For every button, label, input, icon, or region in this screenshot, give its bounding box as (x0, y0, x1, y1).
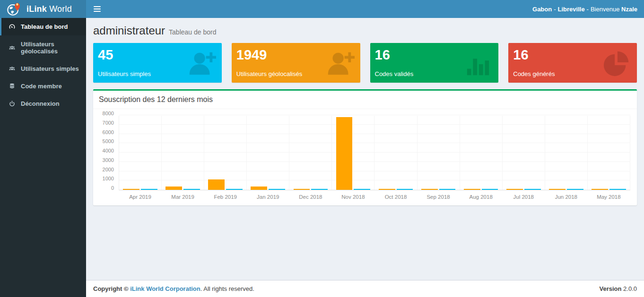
y-axis-tick: 7000 (103, 120, 114, 126)
dashboard-icon (8, 23, 16, 30)
globe-pin-logo-icon: $ (7, 1, 22, 17)
y-axis-tick: 1000 (103, 176, 114, 181)
y-axis-tick: 6000 (103, 129, 114, 135)
bar-group: Jul 2018 (503, 116, 545, 190)
brand-text: iLink World (26, 4, 72, 14)
y-axis-tick: 0 (111, 185, 114, 191)
bar-group: Apr 2019 (119, 116, 162, 190)
copyright-text: Copyright © iLink World Corporation. All… (93, 285, 254, 292)
main-footer: Copyright © iLink World Corporation. All… (86, 280, 644, 297)
bar-serie-bleue (226, 189, 243, 190)
bar-group: Nov 2018 (332, 116, 374, 190)
sidebar-item-label: Tableau de bord (21, 23, 68, 30)
bar-serie-bleue (141, 189, 157, 190)
app-root: $ iLink World Gabon-Libreville-Bienvenue… (0, 18, 644, 297)
y-axis-tick: 3000 (103, 157, 114, 163)
chart-title: Souscription des 12 derniers mois (99, 95, 631, 104)
bar-group: Jan 2019 (247, 116, 289, 190)
bar-serie-bleue (269, 189, 285, 190)
bar-serie-bleue (397, 189, 413, 190)
sidebar-item-label: Utilisateurs géolocalisés (21, 41, 79, 55)
bar-serie-bleue (354, 189, 370, 190)
user-plus-icon (325, 49, 355, 80)
bar-serie-orange (421, 189, 438, 190)
bar-serie-orange (549, 189, 566, 190)
sidebar-item-utilisateurs-simples[interactable]: Utilisateurs simples (0, 60, 86, 77)
bar-group: Oct 2018 (374, 116, 417, 190)
main-header: $ iLink World Gabon-Libreville-Bienvenue… (0, 0, 644, 18)
user-greeting: Gabon-Libreville-Bienvenue Nzale (532, 6, 644, 13)
sidebar-item-code-membre[interactable]: Code membre (0, 77, 86, 95)
version-text: Version 2.0.0 (599, 285, 637, 292)
users-icon (8, 44, 16, 51)
sidebar-toggle-button[interactable] (86, 0, 108, 18)
chart-panel-body: 010002000300040005000600070008000Apr 201… (93, 109, 637, 205)
bar-group: Mar 2019 (162, 116, 204, 190)
stat-card-codes-valides: 16 Codes validés (370, 43, 499, 83)
user-plus-icon (187, 49, 216, 80)
hamburger-icon (94, 6, 101, 12)
bar-group: Feb 2019 (204, 116, 247, 190)
sidebar-item-deconnexion[interactable]: Déconnexion (0, 95, 86, 112)
bar-serie-orange (294, 189, 310, 190)
sidebar: Tableau de bord Utilisateurs géolocalisé… (0, 18, 86, 297)
bar-serie-orange (506, 189, 523, 190)
top-navbar: Gabon-Libreville-Bienvenue Nzale (86, 0, 644, 18)
content-header: administrateurTableau de bord (86, 18, 644, 40)
bar-group: Sep 2018 (418, 116, 460, 190)
bar-group: Aug 2018 (460, 116, 503, 190)
bar-serie-bleue (183, 189, 200, 190)
company-link[interactable]: iLink World Corporation (130, 285, 200, 292)
stat-card-utilisateurs-simples: 45 Utilisateurs simples (93, 43, 222, 83)
bar-serie-orange (592, 189, 608, 190)
bar-serie-orange (165, 187, 182, 190)
database-icon (8, 83, 16, 90)
subscription-bar-chart: 010002000300040005000600070008000Apr 201… (98, 116, 632, 190)
chart-panel-header: Souscription des 12 derniers mois (93, 91, 637, 109)
stat-card-codes-generes: 16 Codes générés (508, 43, 637, 83)
chart-y-axis: 010002000300040005000600070008000 (98, 113, 117, 190)
bar-serie-bleue (482, 189, 498, 190)
bar-serie-orange (379, 189, 395, 190)
bar-serie-orange (336, 117, 353, 190)
bar-group: May 2018 (588, 116, 630, 190)
bar-serie-bleue (439, 189, 456, 190)
power-icon (8, 100, 16, 107)
bar-serie-orange (251, 187, 267, 190)
sidebar-item-label: Utilisateurs simples (21, 65, 79, 72)
sidebar-item-label: Déconnexion (21, 100, 60, 107)
page-title: administrateurTableau de bord (93, 24, 637, 37)
stat-cards-row: 45 Utilisateurs simples 1949 Utilisateur… (86, 40, 644, 87)
sidebar-item-utilisateurs-geolocalises[interactable]: Utilisateurs géolocalisés (0, 35, 86, 60)
bar-serie-bleue (524, 189, 541, 190)
svg-text:$: $ (17, 3, 18, 6)
x-axis-label: May 2018 (583, 194, 635, 200)
greeting-username: Nzale (621, 6, 637, 13)
pie-chart-icon (602, 49, 631, 80)
bar-serie-orange (464, 189, 480, 190)
page-subtitle: Tableau de bord (169, 28, 216, 36)
chart-bar-groups: Apr 2019Mar 2019Feb 2019Jan 2019Dec 2018… (119, 116, 630, 190)
greeting-welcome: Bienvenue (591, 6, 619, 13)
sidebar-menu: Tableau de bord Utilisateurs géolocalisé… (0, 18, 86, 112)
y-axis-tick: 4000 (103, 148, 114, 153)
bar-serie-orange (208, 179, 225, 190)
bar-chart-icon (463, 49, 493, 80)
greeting-city: Libreville (558, 6, 585, 13)
bar-serie-bleue (567, 189, 583, 190)
bar-serie-orange (123, 189, 139, 190)
bar-serie-bleue (609, 189, 626, 190)
sidebar-item-tableau-de-bord[interactable]: Tableau de bord (0, 18, 86, 35)
y-axis-tick: 8000 (103, 110, 114, 116)
sidebar-item-label: Code membre (21, 83, 62, 90)
y-axis-tick: 2000 (103, 167, 114, 172)
bar-group: Jun 2018 (545, 116, 588, 190)
chart-plot-area: Apr 2019Mar 2019Feb 2019Jan 2019Dec 2018… (119, 116, 630, 190)
greeting-country: Gabon (532, 6, 552, 13)
users-icon (8, 65, 16, 72)
bar-group: Dec 2018 (289, 116, 332, 190)
stat-card-utilisateurs-geolocalises: 1949 Utilisateurs géolocalisés (232, 43, 360, 83)
brand-logo[interactable]: $ iLink World (0, 0, 86, 18)
gridline (119, 115, 630, 115)
bar-serie-bleue (311, 189, 328, 190)
